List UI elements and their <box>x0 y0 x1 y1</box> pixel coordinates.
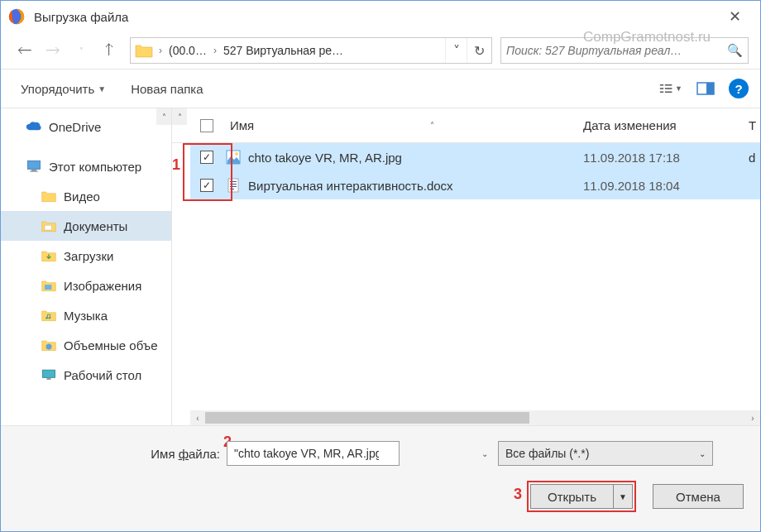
file-name: Виртуальная интерактивность.docx <box>243 179 583 193</box>
filename-input-wrap: ⌄ <box>227 441 491 466</box>
up-button[interactable]: 🡑 <box>97 38 122 63</box>
file-dialog: Выгрузка файла CompGramotnost.ru ✕ 🡐 🡒 ˅… <box>0 0 761 532</box>
docx-file-icon <box>226 178 241 193</box>
sidebar-label: Видео <box>64 189 100 204</box>
breadcrumb[interactable]: › (00.0… › 527 Виртуальная ре… ˅ ↻ <box>130 37 492 64</box>
svg-rect-17 <box>47 378 51 380</box>
breadcrumb-seg2[interactable]: 527 Виртуальная ре… <box>218 38 348 63</box>
svg-rect-8 <box>706 83 714 94</box>
scroll-up-button[interactable]: ˄ <box>156 108 171 125</box>
col-label: Имя <box>230 118 254 132</box>
window-title: Выгрузка файла <box>34 10 128 24</box>
svg-rect-23 <box>230 186 237 187</box>
sidebar-video[interactable]: Видео <box>1 181 171 211</box>
svg-rect-21 <box>230 181 237 182</box>
chevron-down-icon: ▼ <box>98 84 106 93</box>
sidebar-music[interactable]: Музыка <box>1 300 171 330</box>
close-button[interactable]: ✕ <box>716 1 754 32</box>
row-checkbox[interactable]: ✓ <box>200 179 213 192</box>
column-name[interactable]: Имя˄ <box>223 118 583 132</box>
search-input[interactable] <box>506 44 727 57</box>
breadcrumb-dropdown[interactable]: ˅ <box>445 38 467 63</box>
search-icon[interactable]: 🔍 <box>727 43 743 58</box>
column-date[interactable]: Дата изменения <box>583 118 749 132</box>
folder-icon <box>41 218 57 233</box>
annotation-box-3: 3 Открыть ▼ <box>527 481 636 512</box>
computer-icon <box>26 159 42 174</box>
organize-label: Упорядочить <box>21 82 94 96</box>
svg-rect-6 <box>665 91 672 93</box>
dialog-footer: Имя файла: 2 ⌄ Все файлы (*.*) ⌄ 3 Откры… <box>1 425 760 531</box>
svg-rect-13 <box>45 285 51 290</box>
help-button[interactable]: ? <box>729 79 749 98</box>
scroll-left-button[interactable]: ‹ <box>190 410 205 425</box>
svg-point-19 <box>235 152 238 156</box>
svg-rect-20 <box>228 179 238 192</box>
file-row[interactable]: ✓ Виртуальная интерактивность.docx 11.09… <box>190 171 760 199</box>
folder-icon <box>41 189 57 204</box>
svg-rect-16 <box>43 370 55 377</box>
column-headers: Имя˄ Дата изменения Т <box>172 108 760 143</box>
folder-icon <box>41 278 57 293</box>
sidebar-downloads[interactable]: Загрузки <box>1 241 171 271</box>
folder-icon <box>134 41 154 60</box>
forward-button: 🡒 <box>41 38 65 63</box>
sidebar-label: Музыка <box>64 309 108 323</box>
back-button[interactable]: 🡐 <box>12 38 37 63</box>
sidebar-onedrive[interactable]: OneDrive <box>1 112 171 141</box>
organize-button[interactable]: Упорядочить▼ <box>12 77 114 101</box>
svg-rect-2 <box>660 88 663 89</box>
new-folder-button[interactable]: Новая папка <box>122 77 211 101</box>
column-type[interactable]: Т <box>749 118 760 132</box>
chevron-right-icon: › <box>212 45 218 56</box>
view-mode-button[interactable]: ▼ <box>659 77 682 100</box>
sidebar-pictures[interactable]: Изображения <box>1 271 171 300</box>
select-all-checkbox[interactable] <box>190 119 223 132</box>
row-checkbox[interactable]: ✓ <box>200 151 213 164</box>
watermark-text: CompGramotnost.ru <box>583 29 711 46</box>
file-row[interactable]: ✓ chto takoye VR, MR, AR.jpg 11.09.2018 … <box>190 143 760 171</box>
folder-icon <box>41 308 57 323</box>
open-button[interactable]: Открыть <box>530 484 613 509</box>
file-type: d <box>749 151 760 165</box>
svg-rect-22 <box>230 184 237 185</box>
sidebar-label: Изображения <box>64 279 141 293</box>
svg-rect-3 <box>660 91 663 93</box>
sidebar-label: Рабочий стол <box>64 368 141 382</box>
refresh-button[interactable]: ↻ <box>467 38 491 63</box>
sidebar-3dobjects[interactable]: Объемные объе <box>1 330 171 360</box>
file-name: chto takoye VR, MR, AR.jpg <box>243 151 583 165</box>
preview-pane-button[interactable] <box>694 77 717 100</box>
svg-point-14 <box>45 317 48 319</box>
content-area: ˄ OneDrive Этот компьютер Видео Документ… <box>1 108 760 425</box>
breadcrumb-seg1[interactable]: (00.0… <box>164 38 212 63</box>
scroll-up-button[interactable]: ˄ <box>172 108 187 125</box>
horizontal-scrollbar[interactable]: ‹ › <box>190 410 760 425</box>
filename-input[interactable] <box>227 441 400 466</box>
open-dropdown-button[interactable]: ▼ <box>613 484 633 509</box>
svg-rect-9 <box>28 161 41 169</box>
filter-label: Все файлы (*.*) <box>505 447 589 460</box>
scroll-right-button[interactable]: › <box>745 410 760 425</box>
filename-label: Имя файла: 2 <box>17 447 220 461</box>
cancel-button[interactable]: Отмена <box>653 484 744 509</box>
file-date: 11.09.2018 17:18 <box>583 151 749 165</box>
sidebar: ˄ OneDrive Этот компьютер Видео Документ… <box>1 108 172 425</box>
sidebar-documents[interactable]: Документы <box>1 211 171 241</box>
sidebar-label: Объемные объе <box>64 338 158 352</box>
svg-rect-12 <box>45 225 51 230</box>
sidebar-desktop[interactable]: Рабочий стол <box>1 360 171 390</box>
toolbar: Упорядочить▼ Новая папка ▼ ? <box>1 69 760 108</box>
folder-icon <box>41 248 57 263</box>
image-file-icon <box>226 150 241 165</box>
folder-icon <box>41 338 57 352</box>
svg-rect-5 <box>665 88 672 89</box>
file-filter-dropdown[interactable]: Все файлы (*.*) ⌄ <box>498 441 713 466</box>
svg-rect-24 <box>230 189 234 189</box>
svg-rect-10 <box>31 170 37 171</box>
chevron-down-icon[interactable]: ⌄ <box>481 449 488 458</box>
scroll-thumb[interactable] <box>205 412 529 424</box>
recent-dropdown[interactable]: ˅ <box>69 38 93 63</box>
sidebar-thispc[interactable]: Этот компьютер <box>1 151 171 181</box>
desktop-icon <box>41 367 57 382</box>
